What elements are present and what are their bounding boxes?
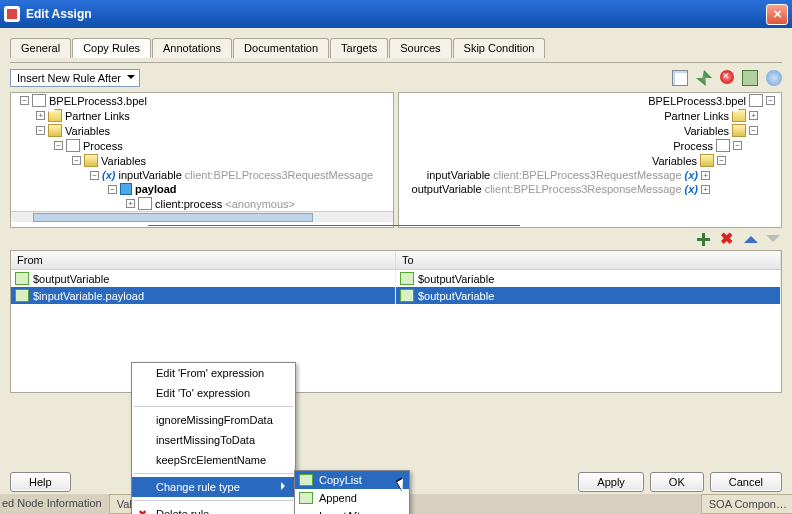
mapping-panes: −BPELProcess3.bpel +Partner Links −Varia… <box>10 92 782 228</box>
copy-icon[interactable] <box>742 70 758 86</box>
col-from[interactable]: From <box>11 251 396 269</box>
tree-payload[interactable]: payload <box>135 183 177 195</box>
tree-variables-2[interactable]: Variables <box>652 155 697 167</box>
twisty-icon[interactable]: + <box>749 111 758 120</box>
menu-label: CopyList <box>319 474 362 486</box>
tree-partner-links[interactable]: Partner Links <box>65 110 130 122</box>
insert-rule-select[interactable]: Insert New Rule After <box>10 69 140 87</box>
twisty-icon[interactable]: − <box>90 171 99 180</box>
menu-change-rule-type[interactable]: Change rule type <box>132 477 295 497</box>
tree-clientprocess[interactable]: client:process <box>155 198 222 210</box>
move-down-icon[interactable] <box>766 235 780 249</box>
settings-icon[interactable] <box>766 70 782 86</box>
menu-edit-from[interactable]: Edit 'From' expression <box>132 363 295 383</box>
twisty-icon[interactable]: − <box>749 126 758 135</box>
process-icon <box>716 139 730 152</box>
submenu-append[interactable]: Append <box>295 489 409 507</box>
target-tree-pane[interactable]: BPELProcess3.bpel− Partner Links+ Variab… <box>398 92 782 228</box>
new-rule-icon[interactable] <box>672 70 688 86</box>
apply-button[interactable]: Apply <box>578 472 644 492</box>
folder-icon <box>48 109 62 122</box>
insert-after-icon: •→ <box>298 510 312 514</box>
tab-sources[interactable]: Sources <box>389 38 451 58</box>
menu-label: Change rule type <box>156 481 240 493</box>
refresh-icon[interactable] <box>696 70 712 86</box>
tab-underline <box>10 62 782 63</box>
copy-rule-icon <box>15 289 29 302</box>
variable-x-icon: (x) <box>102 169 115 181</box>
titlebar: Edit Assign ✕ <box>0 0 792 28</box>
rule-from: $inputVariable.payload <box>33 290 144 302</box>
tab-skip-condition[interactable]: Skip Condition <box>453 38 546 58</box>
twisty-icon[interactable]: − <box>54 141 63 150</box>
twisty-icon[interactable]: − <box>717 156 726 165</box>
mapping-line <box>148 225 520 226</box>
bpel-file-icon <box>749 94 763 107</box>
remove-rule-icon[interactable]: ✖ <box>720 232 736 248</box>
twisty-icon[interactable]: + <box>126 199 135 208</box>
table-row[interactable]: $outputVariable $outputVariable <box>11 270 781 287</box>
rule-to: $outputVariable <box>418 273 494 285</box>
twisty-icon[interactable]: − <box>766 96 775 105</box>
rule-from: $outputVariable <box>33 273 109 285</box>
rules-header: From To <box>11 251 781 270</box>
tree-bpel-file[interactable]: BPELProcess3.bpel <box>648 95 746 107</box>
tree-inputvar-type: client:BPELProcess3RequestMessage <box>185 169 373 181</box>
close-button[interactable]: ✕ <box>766 4 788 25</box>
delete-icon[interactable] <box>720 70 734 84</box>
tree-variables-2[interactable]: Variables <box>101 155 146 167</box>
twisty-icon[interactable]: − <box>108 185 117 194</box>
mouse-cursor <box>400 478 414 498</box>
menu-label: Append <box>319 492 357 504</box>
source-tree-pane[interactable]: −BPELProcess3.bpel +Partner Links −Varia… <box>10 92 394 228</box>
menu-keep-src-elem[interactable]: keepSrcElementName <box>132 450 295 470</box>
message-icon <box>120 183 132 195</box>
menu-edit-to[interactable]: Edit 'To' expression <box>132 383 295 403</box>
twisty-icon[interactable]: + <box>36 111 45 120</box>
col-to[interactable]: To <box>396 251 781 269</box>
tree-process[interactable]: Process <box>83 140 123 152</box>
tree-bpel-file[interactable]: BPELProcess3.bpel <box>49 95 147 107</box>
tree-partner-links[interactable]: Partner Links <box>664 110 729 122</box>
twisty-icon[interactable]: − <box>72 156 81 165</box>
tab-annotations[interactable]: Annotations <box>152 38 232 58</box>
tree-inputvariable[interactable]: inputVariable <box>427 169 490 181</box>
twisty-icon[interactable]: + <box>701 171 710 180</box>
menu-separator <box>134 406 293 407</box>
menu-separator <box>134 473 293 474</box>
tree-outputvar-type: client:BPELProcess3ResponseMessage <box>485 183 682 195</box>
ok-button[interactable]: OK <box>650 472 704 492</box>
tree-inputvariable[interactable]: inputVariable <box>118 169 181 181</box>
delete-icon: ✖ <box>138 508 147 514</box>
table-row[interactable]: $inputVariable.payload $outputVariable <box>11 287 781 304</box>
add-rule-icon[interactable] <box>696 232 712 248</box>
tree-variables[interactable]: Variables <box>684 125 729 137</box>
twisty-icon[interactable]: − <box>20 96 29 105</box>
menu-ignore-missing-from[interactable]: ignoreMissingFromData <box>132 410 295 430</box>
menu-insert-missing-to[interactable]: insertMissingToData <box>132 430 295 450</box>
folder-open-icon <box>700 154 714 167</box>
bpel-file-icon <box>32 94 46 107</box>
tree-outputvariable[interactable]: outputVariable <box>412 183 482 195</box>
help-button[interactable]: Help <box>10 472 71 492</box>
tab-documentation[interactable]: Documentation <box>233 38 329 58</box>
tab-copy-rules[interactable]: Copy Rules <box>72 38 151 58</box>
twisty-icon[interactable]: + <box>701 185 710 194</box>
status-soa[interactable]: SOA Compon… <box>701 494 792 514</box>
tab-targets[interactable]: Targets <box>330 38 388 58</box>
source-scroll[interactable] <box>11 211 393 222</box>
twisty-icon[interactable]: − <box>733 141 742 150</box>
cancel-button[interactable]: Cancel <box>710 472 782 492</box>
move-up-icon[interactable] <box>744 229 758 243</box>
status-node-info: ed Node Information <box>0 494 108 514</box>
folder-open-icon <box>732 124 746 137</box>
tree-process[interactable]: Process <box>673 140 713 152</box>
twisty-icon[interactable]: − <box>36 126 45 135</box>
submenu-insert-after[interactable]: •→InsertAfter <box>295 507 409 514</box>
submenu-copylist[interactable]: CopyList <box>295 471 409 489</box>
tree-variables[interactable]: Variables <box>65 125 110 137</box>
menu-delete-rule[interactable]: ✖Delete rule <box>132 504 295 514</box>
copy-rule-icon <box>400 272 414 285</box>
tab-general[interactable]: General <box>10 38 71 58</box>
dialog-body: General Copy Rules Annotations Documenta… <box>0 28 792 514</box>
